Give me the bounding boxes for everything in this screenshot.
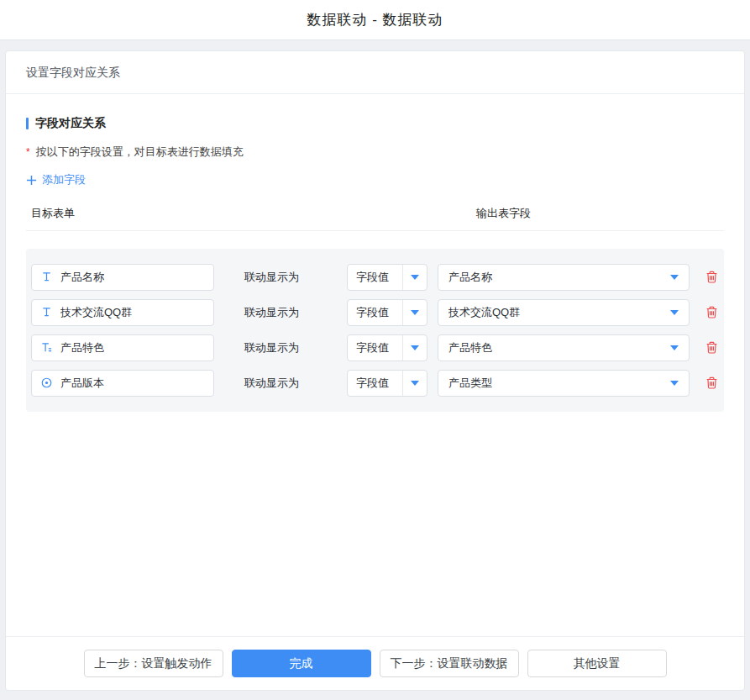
delete-row-button[interactable] (705, 340, 719, 355)
top-bar: 数据联动 - 数据联动 (0, 0, 750, 40)
required-asterisk: * (26, 146, 30, 158)
textarea-icon (40, 341, 53, 354)
field-mode-select[interactable]: 字段值 (347, 299, 427, 326)
chevron-down-icon (411, 345, 419, 350)
field-mapping-row: 产品特色 联动显示为 字段值 产品特色 (26, 334, 724, 361)
link-display-label: 联动显示为 (244, 305, 303, 320)
output-field-value: 产品类型 (448, 376, 670, 391)
chevron-down-icon (670, 310, 679, 315)
link-display-label: 联动显示为 (244, 340, 303, 355)
target-field-input[interactable]: 产品特色 (31, 334, 214, 361)
field-mode-value: 字段值 (348, 265, 402, 290)
target-field-label: 技术交流QQ群 (60, 305, 132, 320)
add-field-label: 添加字段 (42, 172, 86, 187)
section-note-text: 按以下的字段设置，对目标表进行数据填充 (36, 145, 244, 160)
plus-icon (26, 175, 37, 186)
caret-cell (402, 300, 427, 325)
delete-row-button[interactable] (705, 305, 719, 319)
target-field-input[interactable]: 产品名称 (31, 264, 214, 291)
trash-icon (705, 270, 719, 284)
field-mode-value: 字段值 (348, 300, 402, 325)
column-headers: 目标表单 输出表字段 (26, 206, 724, 231)
caret-cell (402, 335, 427, 361)
field-mapping-row: 产品版本 联动显示为 字段值 产品类型 (26, 370, 724, 397)
panel-body: 字段对应关系 * 按以下的字段设置，对目标表进行数据填充 添加字段 目标表单 输… (6, 94, 744, 636)
field-mode-select[interactable]: 字段值 (347, 370, 427, 397)
link-display-label: 联动显示为 (244, 376, 303, 391)
delete-row-button[interactable] (705, 270, 719, 284)
field-mode-select[interactable]: 字段值 (347, 264, 427, 291)
next-step-button[interactable]: 下一步：设置联动数据 (380, 650, 519, 677)
caret-cell (402, 371, 427, 396)
target-field-label: 产品版本 (60, 376, 104, 391)
finish-button[interactable]: 完成 (232, 650, 371, 677)
text-input-icon (40, 271, 53, 283)
target-field-label: 产品特色 (60, 340, 104, 355)
caret-cell (402, 265, 427, 290)
prev-step-button[interactable]: 上一步：设置触发动作 (84, 650, 223, 677)
section-marker (26, 118, 29, 129)
section-title-label: 字段对应关系 (35, 116, 106, 131)
chevron-down-icon (411, 275, 419, 280)
add-field-button[interactable]: 添加字段 (26, 172, 86, 187)
radio-icon (40, 376, 53, 389)
output-field-value: 产品名称 (448, 270, 670, 285)
target-field-label: 产品名称 (60, 270, 104, 285)
output-field-value: 技术交流QQ群 (448, 305, 670, 320)
chevron-down-icon (670, 275, 679, 280)
field-mode-select[interactable]: 字段值 (347, 334, 427, 361)
target-field-input[interactable]: 产品版本 (31, 370, 214, 397)
chevron-down-icon (411, 381, 419, 386)
section-note: * 按以下的字段设置，对目标表进行数据填充 (26, 145, 724, 160)
link-display-label: 联动显示为 (244, 270, 303, 285)
section-title: 字段对应关系 (26, 116, 724, 131)
field-mode-value: 字段值 (348, 371, 402, 396)
column-header-output-field: 输出表字段 (476, 206, 531, 221)
panel-footer: 上一步：设置触发动作 完成 下一步：设置联动数据 其他设置 (6, 636, 744, 690)
output-field-select[interactable]: 技术交流QQ群 (438, 299, 690, 326)
chevron-down-icon (670, 345, 679, 350)
panel-header: 设置字段对应关系 (6, 51, 744, 94)
output-field-select[interactable]: 产品类型 (438, 370, 690, 397)
trash-icon (705, 305, 719, 319)
output-field-select[interactable]: 产品特色 (438, 334, 690, 361)
chevron-down-icon (411, 310, 419, 315)
field-mode-value: 字段值 (348, 335, 402, 361)
delete-row-button[interactable] (705, 376, 719, 390)
output-field-value: 产品特色 (448, 340, 670, 355)
text-input-icon (40, 306, 53, 318)
field-mapping-list: 产品名称 联动显示为 字段值 产品名称 (26, 249, 724, 412)
output-field-select[interactable]: 产品名称 (438, 264, 690, 291)
settings-panel: 设置字段对应关系 字段对应关系 * 按以下的字段设置，对目标表进行数据填充 添加… (5, 50, 745, 691)
chevron-down-icon (670, 381, 679, 386)
page-title: 数据联动 - 数据联动 (307, 10, 443, 29)
field-mapping-row: 产品名称 联动显示为 字段值 产品名称 (26, 264, 724, 291)
column-header-target-form: 目标表单 (31, 206, 75, 221)
trash-icon (705, 376, 719, 390)
field-mapping-row: 技术交流QQ群 联动显示为 字段值 技术交流QQ群 (26, 299, 724, 326)
other-settings-button[interactable]: 其他设置 (527, 650, 667, 677)
trash-icon (705, 340, 719, 355)
data-linkage-page: 数据联动 - 数据联动 设置字段对应关系 字段对应关系 * 按以下的字段设置，对… (0, 0, 750, 700)
target-field-input[interactable]: 技术交流QQ群 (31, 299, 214, 326)
